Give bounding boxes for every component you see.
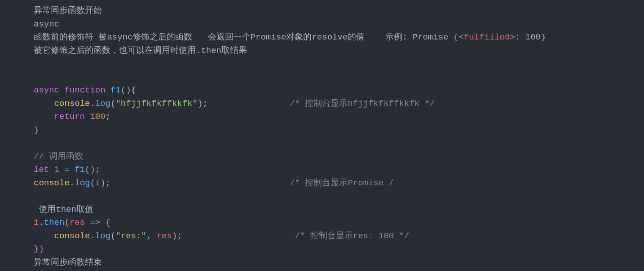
comment: // 调用函数 <box>34 152 83 162</box>
code-line[interactable]: async function f1(){ <box>34 84 644 97</box>
variable: res <box>157 231 172 241</box>
code-text: async <box>34 19 59 29</box>
param: res <box>70 218 85 227</box>
equals: = <box>59 165 75 175</box>
dot: . <box>70 178 75 188</box>
punct: ( <box>90 178 95 188</box>
object-console: console <box>54 231 90 241</box>
space <box>85 112 90 122</box>
variable: i <box>34 218 39 227</box>
object-console: console <box>54 99 90 109</box>
code-line-empty[interactable] <box>34 137 644 150</box>
code-line[interactable]: 异常同步函数开始 <box>34 4 644 18</box>
punct: ( <box>110 99 115 109</box>
code-line-empty[interactable] <box>34 71 644 84</box>
punct: ); <box>172 231 182 241</box>
arrow: => <box>85 218 106 227</box>
indent <box>34 99 54 109</box>
keyword-async: async <box>34 85 59 95</box>
brace-close: } <box>34 125 39 135</box>
punct: ); <box>100 178 110 188</box>
code-text: 异常同步函数结束 <box>34 258 102 267</box>
method-log: log <box>75 178 90 188</box>
pad <box>110 178 290 188</box>
code-text: >: 100} <box>510 32 546 42</box>
keyword-let: let <box>34 165 49 175</box>
code-text: fulfilled <box>464 32 510 42</box>
code-line[interactable]: console.log(i); /* 控制台显示Promise / <box>34 177 644 190</box>
comment: /* 控制台显示Promise / <box>290 178 394 188</box>
keyword-return: return <box>54 112 85 122</box>
code-text: 被它修饰之后的函数，也可以在调用时使用.then取结果 <box>34 46 247 56</box>
code-line[interactable]: console.log("res:", res); /* 控制台显示res: 1… <box>34 230 644 243</box>
code-line[interactable]: 函数前的修饰符 被async修饰之后的函数 会返回一个Promise对象的res… <box>34 31 644 44</box>
punct: (); <box>85 165 100 175</box>
brace-open: { <box>106 218 110 227</box>
method-then: then <box>44 218 65 227</box>
brace-paren-close: }) <box>34 244 44 254</box>
function-call: f1 <box>75 165 85 175</box>
comment: /* 控制台显示res: 100 */ <box>295 231 410 241</box>
code-line[interactable]: // 调用函数 <box>34 150 644 164</box>
space <box>59 85 64 95</box>
comment: /* 控制台显示hfjjfkfkffkkfk */ <box>290 99 435 109</box>
string-literal: "res:" <box>115 231 146 241</box>
code-line[interactable]: 被它修饰之后的函数，也可以在调用时使用.then取结果 <box>34 44 644 58</box>
code-line[interactable]: }) <box>34 243 644 256</box>
punct: (){ <box>121 85 136 95</box>
space <box>34 205 39 214</box>
comma: , <box>146 231 157 241</box>
code-line[interactable]: } <box>34 124 644 137</box>
space <box>106 85 110 95</box>
variable: i <box>95 178 100 188</box>
code-line[interactable]: return 100; <box>34 110 644 124</box>
method-log: log <box>95 99 110 109</box>
method-log: log <box>95 231 110 241</box>
code-editor[interactable]: 异常同步函数开始 async 函数前的修饰符 被async修饰之后的函数 会返回… <box>34 4 644 269</box>
punct: ); <box>198 99 208 109</box>
code-line-empty[interactable] <box>34 57 644 71</box>
code-text: 使用then取值 <box>39 205 93 214</box>
dot: . <box>90 231 95 241</box>
function-name: f1 <box>110 85 121 95</box>
code-line[interactable]: i.then(res => { <box>34 216 644 230</box>
code-text: 异常同步函数开始 <box>34 6 102 16</box>
code-line[interactable]: let i = f1(); <box>34 163 644 177</box>
keyword-function: function <box>64 85 105 95</box>
pad <box>208 99 290 109</box>
variable: i <box>54 165 59 175</box>
string-literal: "hfjjfkfkffkkfk" <box>115 99 197 109</box>
indent <box>34 112 54 122</box>
code-text: 函数前的修饰符 被async修饰之后的函数 会返回一个Promise对象的res… <box>34 32 464 42</box>
code-line[interactable]: 使用then取值 <box>34 203 644 217</box>
indent <box>34 231 54 241</box>
code-line-empty[interactable] <box>34 190 644 203</box>
space <box>49 165 54 175</box>
pad <box>182 231 295 241</box>
code-line[interactable]: async <box>34 18 644 31</box>
punct: ; <box>106 112 110 122</box>
code-line[interactable]: console.log("hfjjfkfkffkkfk"); /* 控制台显示h… <box>34 97 644 111</box>
punct: ( <box>64 218 69 227</box>
punct: ( <box>110 231 115 241</box>
number-literal: 100 <box>90 112 105 122</box>
code-line[interactable]: 异常同步函数结束 <box>34 256 644 270</box>
object-console: console <box>34 178 70 188</box>
dot: . <box>39 218 44 227</box>
dot: . <box>90 99 95 109</box>
